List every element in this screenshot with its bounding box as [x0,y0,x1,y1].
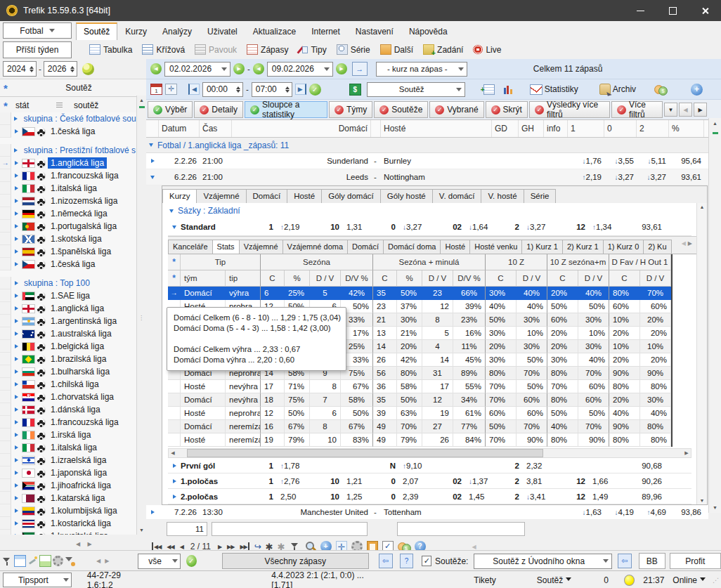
period-button[interactable]: Příští týden [3,41,72,58]
expand-icon[interactable] [146,510,159,514]
column-stat[interactable]: stát [11,100,52,110]
competition-row[interactable]: 1.česká liga [0,125,137,138]
stats-tab[interactable]: Domácí [347,240,384,254]
competition-row[interactable]: 1.italská liga [0,441,137,454]
stats-tab[interactable]: 1) Kurz 1 [521,240,563,254]
header-datum[interactable]: Datum [159,120,200,137]
scroll-right-icon[interactable]: ▶ [682,450,691,456]
competition-row[interactable]: → 1.anglická liga [0,157,137,169]
bb-button[interactable]: BB [639,553,665,569]
competition-row[interactable]: 1.chilská liga [0,378,137,391]
tennis-ball-icon[interactable] [82,63,94,75]
filter-toggle-button[interactable]: ✓ Výsledky více filtrů [529,101,610,118]
panel-layout-icon[interactable] [14,555,26,567]
toolbar-button[interactable]: Tabulka [84,42,137,57]
competition-row[interactable]: 1.irská liga [0,429,137,441]
expand-icon[interactable] [11,407,21,412]
expand-icon[interactable] [11,199,21,203]
expand-icon[interactable] [173,464,176,468]
stats-row[interactable]: Domácí nevýhra 18 75% 7 58% 35 50% 12 34… [168,393,671,407]
expand-icon[interactable] [11,306,21,311]
stats-tab[interactable]: Vzájemné [239,240,283,254]
expand-icon[interactable] [11,249,21,254]
filter-dropdown-button[interactable]: ▼ [664,103,677,117]
tabs-scroll-right-icon[interactable]: ▶ [688,240,692,247]
stats-tab[interactable]: Kanceláře [168,240,213,254]
date-from-field[interactable]: 02.02.2026 [164,62,230,77]
expand-icon[interactable] [11,319,21,323]
odds-per-match-select[interactable]: - kurz na zápas - [376,62,467,77]
stats-tab[interactable]: 1) Kurz 0 [603,240,644,254]
toolbar-button[interactable]: Pavouk [190,42,242,57]
expand-icon[interactable] [11,281,21,285]
filter-star-icon[interactable]: * [169,273,180,283]
bookmaker-select[interactable]: Tipsport [3,573,72,587]
year-to-spinner[interactable]: 2026 [44,61,77,77]
header-1[interactable]: 1 [568,120,604,137]
spin-down-icon[interactable] [70,70,74,74]
expand-icon[interactable] [11,370,21,374]
stats-row[interactable]: → Domácí výhra 6 25% 5 42% 35 50% 23 66%… [168,287,671,300]
competition-mode-select[interactable]: Soutěž [367,82,465,97]
header-domaci[interactable]: Domácí [232,120,371,137]
expand-icon[interactable] [11,262,21,266]
competition-row[interactable]: skupina : Top 100 [0,277,137,289]
detail-tab[interactable]: Kurzy [162,189,197,203]
competition-row[interactable]: 1.belgická liga [0,340,137,353]
gear-icon[interactable] [53,556,63,566]
expand-icon[interactable] [146,159,159,163]
detail-tab[interactable]: Domácí [246,189,288,203]
expand-icon[interactable] [11,211,21,216]
competition-row[interactable]: 1.skotská liga [0,233,137,245]
league-group-row[interactable]: Fotbal / 1.anglická liga _zápasů: 11 [146,138,721,153]
column-soutez[interactable]: soutěž [67,100,146,110]
menu-tab[interactable]: Internet [304,23,348,40]
stats-row[interactable]: Hosté neprohra 12 50% 6 50% 39 63% 19 61… [168,407,671,420]
expand-icon[interactable] [11,471,21,475]
filter-toggle-button[interactable]: ✓ Vybrané [429,101,483,118]
apply-dates-button[interactable]: → [352,62,368,76]
header-gd[interactable]: GD [492,120,519,137]
statistics-button[interactable]: Statistiky [527,84,581,95]
maximize-button[interactable] [656,0,689,21]
menu-tab[interactable]: Aktualizace [245,23,304,40]
expand-icon[interactable] [11,129,21,133]
toolbar-button[interactable]: Tipy [293,43,331,57]
competition-row[interactable]: 1.kuvajtská liga [0,530,137,535]
main-table-scrollbar[interactable]: ▲ ▼ [708,118,721,513]
stats-tab[interactable]: Vzájemné doma [282,240,349,254]
expand-icon[interactable] [11,521,21,525]
spin-up-icon[interactable] [30,64,34,69]
expand-icon[interactable] [11,224,21,228]
menu-tab[interactable]: Nápověda [401,23,455,40]
filter-input-2[interactable] [397,522,525,536]
scroll-down-icon[interactable]: ▼ [713,502,717,513]
competition-row[interactable] [0,270,137,277]
toolbar-button[interactable]: Live [468,43,506,57]
expand-icon[interactable] [11,117,21,121]
bet-row-standard[interactable]: Standard 1 ↑2,19 10 1,31 0 ↓3,27 02 ↓1,6… [168,218,691,236]
filter-toggle-button[interactable]: ✓ Více filtrů [611,101,663,118]
detail-tab[interactable]: V. domácí [432,189,482,203]
menu-tab[interactable]: Nastavení [348,23,401,40]
match-row-expanded[interactable]: 6.2.26 21:00 Leeds Nottingham ↑2,19 ↓3,2… [146,169,708,185]
date-forward-icon[interactable]: ▶ [336,63,347,74]
competition-row[interactable]: 1.italská liga [0,182,137,195]
sidebar-page-arrows[interactable]: ◀ ▶ [76,541,95,547]
apply-time-button[interactable]: ✓ [309,84,321,96]
bets-section-header[interactable]: Sázky : Základní [162,203,696,218]
header-gh[interactable]: GH [519,120,544,137]
detail-tab[interactable]: Série [524,189,557,203]
expand-icon[interactable] [11,433,21,437]
expand-icon[interactable] [11,496,21,500]
detail-tab[interactable]: Vzájemné [196,189,246,203]
all-matches-button[interactable]: Všechny zápasy [222,553,369,569]
stats-tab[interactable]: Domácí doma [383,240,441,254]
date-back-icon[interactable]: ◀ [253,63,264,74]
stats-row[interactable]: Domácí neremíza 16 67% 8 67% 49 70% 27 7… [168,420,671,433]
filter-funnel-icon[interactable] [1,556,13,567]
detail-tab[interactable]: V. hosté [481,189,524,203]
competition-row[interactable]: 1.jihoafrická liga [0,479,137,492]
expand-icon[interactable] [11,534,21,535]
scrollbar-thumb[interactable] [187,449,543,457]
